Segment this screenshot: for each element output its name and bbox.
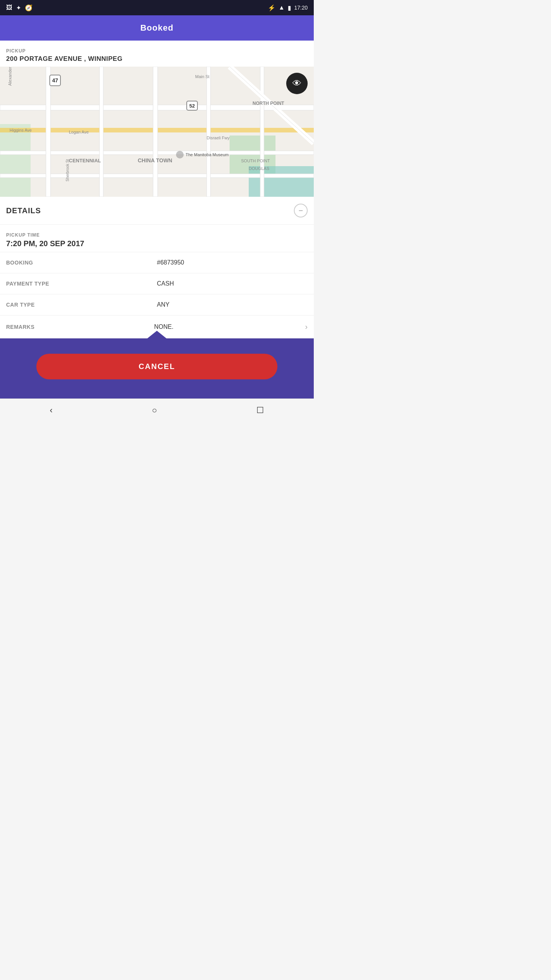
nav-icon: 🧭 xyxy=(25,4,33,11)
minus-icon: − xyxy=(298,207,303,214)
pickup-section: PICKUP 200 PORTAGE AVENUE , WINNIPEG xyxy=(0,41,314,67)
pickup-label: PICKUP xyxy=(6,48,308,54)
bluetooth-icon: ⚡ xyxy=(268,4,276,11)
svg-text:Logan Ave: Logan Ave xyxy=(69,130,89,134)
cartype-value: ANY xyxy=(157,301,308,308)
remarks-arrow-icon: › xyxy=(305,322,308,331)
svg-text:Main St: Main St xyxy=(195,74,209,79)
svg-rect-3 xyxy=(249,166,314,197)
status-bar-icons-left: 🖼 ✦ 🧭 xyxy=(6,4,33,11)
back-nav-icon[interactable]: ‹ xyxy=(50,405,52,415)
svg-rect-8 xyxy=(46,67,51,197)
details-row-cartype: CAR TYPE ANY xyxy=(0,294,314,315)
svg-rect-9 xyxy=(99,67,103,197)
eye-icon: 👁 xyxy=(292,78,302,89)
collapse-button[interactable]: − xyxy=(294,204,308,217)
payment-label: PAYMENT TYPE xyxy=(6,281,157,287)
svg-text:DOUGLAS: DOUGLAS xyxy=(249,166,269,171)
details-title: DETAILS xyxy=(6,206,41,215)
recent-nav-icon[interactable]: ☐ xyxy=(256,405,264,415)
remarks-label: REMARKS xyxy=(6,324,154,330)
svg-text:47: 47 xyxy=(52,77,58,83)
status-bar: 🖼 ✦ 🧭 ⚡ ▲ ▮ 17:20 xyxy=(0,0,314,15)
svg-text:The Manitoba Museum: The Manitoba Museum xyxy=(186,152,229,157)
payment-value: CASH xyxy=(157,280,308,287)
map-svg: Alexander Ave Higgins Ave Sherbrook St L… xyxy=(0,67,314,197)
svg-text:NORTH POINT: NORTH POINT xyxy=(253,101,284,106)
home-nav-icon[interactable]: ○ xyxy=(152,405,157,415)
remarks-value: NONE. xyxy=(154,323,302,330)
pickup-time-value: 7:20 PM, 20 SEP 2017 xyxy=(6,239,308,248)
pickup-time-label: PICKUP TIME xyxy=(6,232,308,238)
page-title: Booked xyxy=(140,23,174,33)
eye-button[interactable]: 👁 xyxy=(286,73,308,94)
details-row-payment: PAYMENT TYPE CASH xyxy=(0,273,314,294)
svg-text:CHINA TOWN: CHINA TOWN xyxy=(138,157,172,163)
map-container[interactable]: Alexander Ave Higgins Ave Sherbrook St L… xyxy=(0,67,314,197)
svg-rect-11 xyxy=(207,67,210,197)
svg-text:CENTENNIAL: CENTENNIAL xyxy=(69,158,101,163)
status-bar-icons-right: ⚡ ▲ ▮ 17:20 xyxy=(268,4,308,11)
nav-bar: ‹ ○ ☐ xyxy=(0,399,314,421)
pickup-address: 200 PORTAGE AVENUE , WINNIPEG xyxy=(6,55,308,63)
main-content: PICKUP 200 PORTAGE AVENUE , WINNIPEG xyxy=(0,41,314,338)
cancel-button[interactable]: CANCEL xyxy=(36,354,277,379)
battery-icon: ▮ xyxy=(288,4,291,11)
booking-value: #6873950 xyxy=(157,259,308,266)
svg-rect-1 xyxy=(0,124,31,197)
pickup-time-section: PICKUP TIME 7:20 PM, 20 SEP 2017 xyxy=(0,225,314,252)
bottom-section: CANCEL xyxy=(0,338,314,399)
map-visual: Alexander Ave Higgins Ave Sherbrook St L… xyxy=(0,67,314,197)
gallery-icon: 🖼 xyxy=(6,4,12,11)
svg-text:52: 52 xyxy=(189,103,195,109)
svg-text:Disraeli Fwy: Disraeli Fwy xyxy=(207,136,230,140)
svg-rect-10 xyxy=(153,67,158,197)
svg-rect-12 xyxy=(260,67,264,197)
header: Booked xyxy=(0,15,314,41)
svg-text:Higgins Ave: Higgins Ave xyxy=(10,128,32,132)
svg-text:SOUTH POINT: SOUTH POINT xyxy=(241,158,270,163)
svg-point-29 xyxy=(176,151,184,158)
compass-icon: ✦ xyxy=(16,4,21,11)
status-time: 17:20 xyxy=(294,5,308,11)
wifi-icon: ▲ xyxy=(279,4,285,11)
cartype-label: CAR TYPE xyxy=(6,302,157,308)
details-row-booking: BOOKING #6873950 xyxy=(0,252,314,273)
svg-text:Alexander Ave: Alexander Ave xyxy=(8,67,12,86)
details-header: DETAILS − xyxy=(0,197,314,225)
booking-label: BOOKING xyxy=(6,260,157,266)
